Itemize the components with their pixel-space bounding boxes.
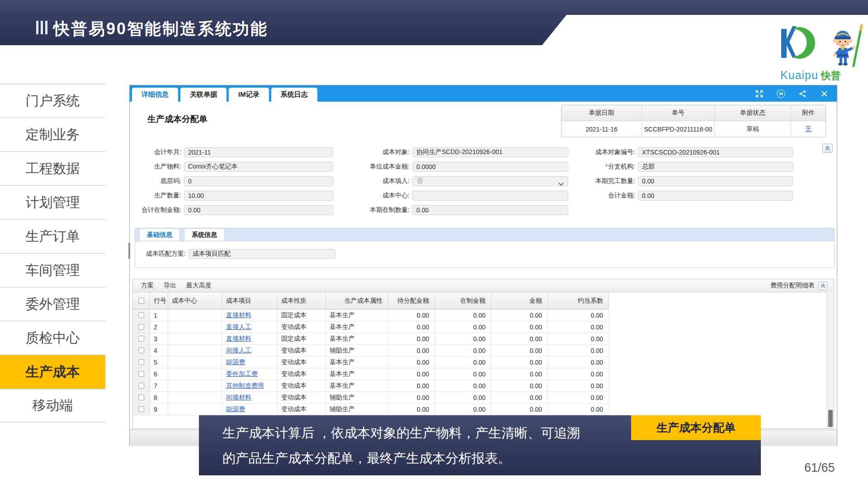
collapse-grid-button[interactable] (818, 282, 827, 290)
cost-item-link[interactable]: 间接材料 (226, 394, 251, 402)
row-checkbox[interactable] (138, 347, 144, 353)
cell-cost-center (168, 321, 222, 333)
grid-header-cell[interactable]: 成本中心 (168, 292, 222, 310)
field-input[interactable]: 0.0000 (412, 162, 568, 172)
table-row: 4 间接人工 变动成本 辅助生产 0.00 0.00 0.00 0.00 (133, 345, 834, 357)
share-icon[interactable] (798, 89, 807, 98)
row-checkbox[interactable] (138, 324, 144, 330)
field-input[interactable]: 总部 (638, 162, 793, 172)
cost-item-link[interactable]: 直接材料 (226, 311, 251, 319)
grid-header-cell[interactable]: 生产成本属性 (326, 292, 388, 310)
cell-cost-nature: 变动成本 (278, 392, 326, 404)
grid-header-cell[interactable]: 行号 (150, 292, 168, 310)
field-input[interactable]: XTSCSCDD-20210926-001 (638, 147, 793, 157)
left-splitter-handle[interactable] (128, 243, 130, 259)
cost-item-link[interactable]: 委外加工费 (226, 370, 258, 378)
grid-header-cell[interactable]: 在制金额 (435, 292, 491, 310)
subtab-label: 系统信息 (192, 231, 217, 239)
field-input[interactable]: 0 (184, 176, 333, 186)
row-checkbox[interactable] (138, 371, 144, 377)
sidebar-item[interactable]: 工程数据 (0, 151, 105, 185)
sidebar-item-label: 计划管理 (26, 193, 80, 212)
sidebar-item[interactable]: 定制业务 (0, 117, 105, 151)
grid-header-cell[interactable]: 成本性质 (278, 292, 326, 310)
cell-cost-item: 直接材料 (222, 333, 278, 345)
caption-line-2: 的产品生产成本分配单，最终产生成本分析报表。 (222, 446, 761, 471)
row-checkbox[interactable] (138, 383, 144, 389)
scrollbar-thumb[interactable] (828, 410, 833, 427)
row-checkbox[interactable] (138, 406, 144, 412)
field-input[interactable] (412, 191, 568, 201)
sidebar-item[interactable]: 计划管理 (0, 185, 105, 219)
collapse-header-button[interactable] (822, 144, 833, 153)
sidebar-item[interactable]: 车间管理 (0, 253, 105, 287)
field-input[interactable]: 2021-11 (184, 147, 333, 157)
close-icon[interactable] (820, 89, 829, 98)
cell-row-no: 1 (150, 310, 168, 321)
field-input[interactable]: 0.00 (638, 176, 793, 186)
subtab[interactable]: 基础信息 (139, 228, 180, 241)
cell-amount: 0.00 (491, 333, 548, 345)
select-all-checkbox[interactable] (138, 298, 144, 304)
row-checkbox[interactable] (138, 312, 144, 318)
table-row: 7 其他制造费用 变动成本 基本生产 0.00 0.00 0.00 0.00 (133, 380, 834, 392)
cost-item-link[interactable]: 间接人工 (226, 347, 251, 355)
field-input[interactable]: 协同生产SCDD-20210926-001 (412, 147, 568, 157)
cost-item-link[interactable]: 能源费 (226, 405, 245, 413)
form-field: *本期完工数量: 0.00 (584, 176, 793, 186)
cost-item-link[interactable]: 直接材料 (226, 335, 251, 343)
grid-menu-item[interactable]: 方案 (141, 282, 154, 290)
cell-coefficient: 0.00 (548, 321, 609, 333)
subtab[interactable]: 系统信息 (184, 228, 225, 241)
cost-match-input[interactable]: 成本项目匹配 (189, 249, 335, 259)
window-tab[interactable]: IM记录 (229, 88, 269, 102)
cost-item-link[interactable]: 能源费 (226, 358, 245, 366)
sidebar-item[interactable]: 移动端 (0, 389, 105, 422)
window-tab[interactable]: 关联单据 (180, 88, 226, 102)
sidebar-item[interactable]: 委外管理 (0, 287, 105, 321)
grid-menu-item[interactable]: 导出 (164, 282, 176, 290)
field-input[interactable]: 10.00 (184, 191, 333, 201)
field-input[interactable]: 0.00 (184, 205, 333, 215)
form-column-middle: *成本对象: 协同生产SCDD-20210926-001 *单位成本金额: 0.… (358, 147, 568, 220)
window-tab[interactable]: 详细信息 (132, 88, 178, 102)
page-number: 61/65 (804, 461, 835, 475)
sidebar-item[interactable]: 门户系统 (0, 84, 105, 117)
field-input[interactable]: 0.00 (412, 205, 568, 215)
cost-item-link[interactable]: 直接人工 (226, 323, 251, 331)
cell-amount: 0.00 (491, 368, 548, 380)
field-input[interactable]: Comix齐心笔记本 (184, 162, 333, 172)
cell-cost-center (168, 310, 222, 321)
table-row: 8 间接材料 变动成本 辅助生产 0.00 0.00 0.00 0.00 (133, 392, 834, 404)
grid-vertical-scrollbar[interactable] (827, 292, 834, 428)
cell-cost-center (168, 357, 222, 368)
grid-header-cell[interactable]: 金额 (491, 292, 548, 310)
window-tab[interactable]: 系统日志 (271, 88, 317, 102)
grid-menu-item[interactable]: 最大高度 (186, 282, 212, 290)
sidebar-item[interactable]: 质检中心 (0, 321, 105, 355)
cell-amount: 0.00 (491, 357, 548, 368)
cost-item-link[interactable]: 其他制造费用 (226, 382, 264, 390)
fullscreen-icon[interactable] (755, 89, 764, 98)
sidebar-item-label: 委外管理 (26, 295, 80, 314)
row-checkbox[interactable] (138, 359, 144, 365)
field-input[interactable]: 0.00 (638, 191, 793, 201)
cell-pending-amount: 0.00 (388, 310, 435, 321)
row-checkbox[interactable] (138, 336, 144, 342)
grid-header-cell[interactable]: 约当系数 (548, 292, 609, 310)
grid-header-cell[interactable]: 成本项目 (222, 292, 278, 310)
cell-cost-center (168, 333, 222, 345)
chevron-down-icon (558, 180, 564, 188)
logo-wordmark: Kuaipu快普 (777, 69, 867, 83)
grid-title: 费用分配明细表 (770, 282, 815, 290)
row-checkbox[interactable] (138, 394, 144, 400)
cell-cost-nature: 变动成本 (278, 404, 326, 415)
table-row: 2 直接人工 变动成本 基本生产 0.00 0.00 0.00 0.00 (133, 321, 834, 333)
grid-header-cell[interactable]: 待分配金额 (388, 292, 435, 310)
row-checkbox-cell (133, 333, 150, 345)
sidebar-item[interactable]: 生产订单 (0, 219, 105, 253)
field-input[interactable]: 否 (412, 176, 568, 186)
im-icon[interactable]: IM (777, 89, 785, 98)
sidebar-item[interactable]: 生产成本 (0, 355, 105, 389)
cell-in-process-amount: 0.00 (435, 392, 491, 404)
